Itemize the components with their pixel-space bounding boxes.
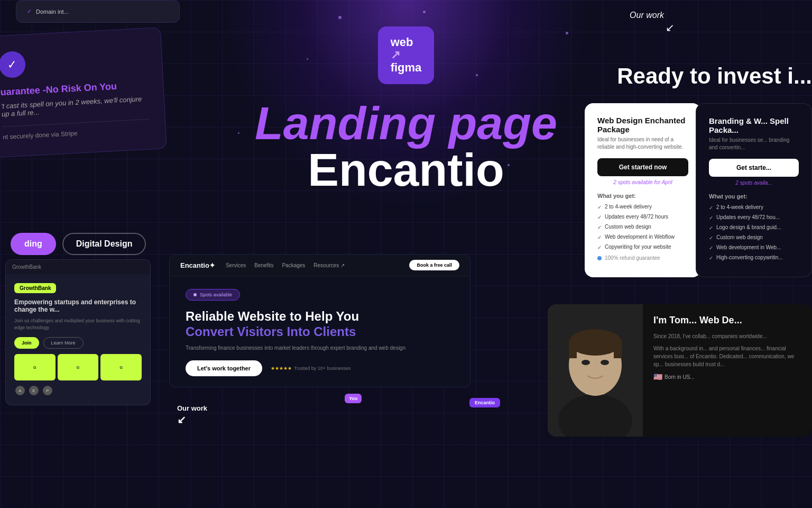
lets-work-together-button[interactable]: Let's work together	[186, 360, 262, 376]
feature-2-2: ✓ Updates every 48/72 hou...	[709, 214, 799, 221]
spots-text-1: 2 spots available for April	[597, 179, 688, 185]
mockup-subtext: Transforming finance businesses into mar…	[186, 344, 454, 352]
get-started-button-1[interactable]: Get started now	[597, 158, 688, 176]
check-icon: ✓	[709, 234, 713, 241]
nav-packages[interactable]: Packages	[282, 262, 305, 268]
get-started-button-2[interactable]: Get starte...	[709, 159, 799, 177]
feature-1-3: ✓ Custom web design	[597, 223, 688, 231]
logo-box: web ↗ figma	[378, 26, 435, 84]
feature-2-4: ✓ Custom web design	[709, 234, 799, 241]
nav-benefits[interactable]: Benefits	[254, 262, 273, 268]
avatar-2: E	[28, 385, 40, 396]
tags-row: ding Digital Design	[11, 233, 146, 255]
website-card-header: GrowthBank	[6, 260, 150, 274]
mockup-logo: Encantio✦	[180, 261, 215, 269]
feature-2-1: ✓ 2 to 4-week delivery	[709, 204, 799, 211]
logo-line1: web ↗	[391, 36, 422, 61]
portrait-desc-2: With a background in... and personal fin…	[653, 344, 801, 368]
feature-1-2: ✓ Updates every 48/72 hours	[597, 213, 688, 221]
website-card: GrowthBank GrowthBank Empowering startup…	[5, 259, 151, 405]
spots-text-2: 2 spots availa...	[709, 180, 799, 186]
avatar-row: A E P	[14, 385, 142, 396]
learn-more-button[interactable]: Learn More	[43, 337, 84, 349]
check-icon: ✓	[597, 244, 602, 251]
feature-2-5: ✓ Web development in Web...	[709, 244, 799, 251]
center-content: web ↗ figma Landing page Encantio	[221, 26, 591, 198]
green-card-1: G	[14, 354, 56, 380]
check-icon: ✓	[709, 244, 713, 251]
domain-item: ✓ Domain int...	[27, 8, 169, 15]
svg-point-8	[601, 360, 609, 365]
arrow-down: ↙	[177, 413, 207, 426]
tag-ding[interactable]: ding	[11, 233, 56, 255]
title-line2: Encantio	[255, 147, 557, 193]
float-you-label: You	[345, 394, 362, 403]
our-work-center: Our work ↙	[177, 404, 207, 426]
stars-icon: ★★★★★	[271, 366, 292, 371]
check-icon: ✓	[597, 204, 602, 211]
check-icon: ✓	[27, 8, 32, 15]
check-icon: ✓	[709, 224, 713, 231]
book-free-call-button[interactable]: Book a free call	[409, 260, 459, 270]
nav-resources[interactable]: Resources ↗	[313, 262, 345, 268]
check-icon: ✓	[709, 255, 713, 261]
flag-icon: 🇺🇸	[653, 373, 662, 381]
avatar-1: A	[14, 385, 26, 396]
join-button[interactable]: Join	[14, 337, 39, 349]
pricing-card-2-title: Branding & W... Spell Packa...	[709, 116, 799, 134]
portrait-image	[548, 304, 643, 437]
feature-1-1: ✓ 2 to 4-week delivery	[597, 203, 688, 211]
website-btns: Join Learn More	[14, 337, 142, 349]
spots-badge: Spots available	[186, 289, 240, 301]
float-encantio-label: Encantio	[469, 398, 500, 407]
what-you-get-1: What you get:	[597, 193, 688, 199]
domain-card: ✓ Domain int...	[16, 0, 180, 23]
particle	[338, 16, 342, 19]
particle	[423, 11, 426, 13]
tag-digital-design[interactable]: Digital Design	[62, 233, 146, 255]
svg-rect-6	[614, 342, 622, 358]
svg-rect-5	[569, 342, 577, 358]
nav-services[interactable]: Services	[226, 262, 246, 268]
portrait-desc-1: Since 2018, I've collab... companies wor…	[653, 332, 801, 340]
main-title: Landing page Encantio	[255, 100, 557, 193]
trusted-text: ★★★★★ Trusted by 10+ businesses	[271, 366, 350, 371]
mockup-nav: Encantio✦ Services Benefits Packages Res…	[170, 255, 470, 276]
spots-dot	[193, 293, 197, 296]
logo-line2: figma	[391, 61, 422, 74]
check-icon: ✓	[597, 214, 602, 221]
pricing-card-2: Branding & W... Spell Packa... Ideal for…	[696, 103, 812, 277]
pricing-cards-row: Web Design Enchanted Package Ideal for b…	[585, 103, 812, 277]
portrait-card: I'm Tom... Web De... Since 2018, I've co…	[548, 304, 812, 437]
guarantee-icon: ✓	[0, 51, 26, 79]
check-icon: ✓	[709, 204, 713, 211]
born-badge: 🇺🇸 Born in US...	[653, 373, 801, 381]
check-icon: ✓	[709, 214, 713, 221]
website-logo: GrowthBank	[14, 283, 56, 293]
logo-text-block: web ↗ figma	[391, 36, 422, 75]
guarantee-desc: 't cast its spell on you in 2 weeks, we'…	[1, 95, 149, 119]
feature-2-3: ✓ Logo design & brand guid...	[709, 224, 799, 231]
mockup-btn-group: Let's work together ★★★★★ Trusted by 10+…	[186, 360, 454, 376]
mockup-nav-links: Services Benefits Packages Resources ↗	[226, 262, 345, 268]
stripe-line: nt securely done via Stripe	[2, 119, 150, 141]
green-card-3: G	[100, 354, 142, 380]
domain-text: Domain int...	[36, 8, 69, 15]
website-desc: Join us challenges and multiplied your b…	[14, 318, 142, 331]
pricing-card-1-title: Web Design Enchanted Package	[597, 116, 688, 134]
check-icon: ✓	[597, 224, 602, 231]
feature-2-6: ✓ High-converting copywritin...	[709, 254, 799, 261]
mockup-headline: Reliable Website to Help You Convert Vis…	[186, 309, 454, 340]
website-card-content: GrowthBank Empowering startups and enter…	[6, 274, 150, 405]
website-title: Empowering startups and enterprises to c…	[14, 298, 142, 313]
pricing-card-1-subtitle: Ideal for businesses in need of a reliab…	[597, 136, 688, 151]
refund-row: 100% refund guarantee	[597, 255, 688, 261]
portrait-title: I'm Tom... Web De...	[653, 315, 801, 326]
refund-dot	[597, 256, 602, 260]
portrait-text: I'm Tom... Web De... Since 2018, I've co…	[643, 304, 812, 437]
title-line1: Landing page	[255, 100, 557, 147]
green-card-2: G	[58, 354, 99, 380]
ready-text: Ready to invest i...	[617, 64, 812, 89]
our-work-label: Our work	[630, 11, 664, 20]
check-icon: ✓	[597, 234, 602, 241]
